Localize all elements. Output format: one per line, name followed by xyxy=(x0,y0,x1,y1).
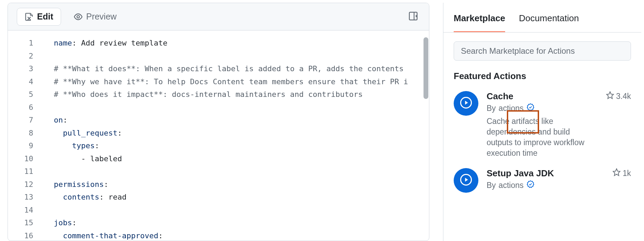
marketplace-sidebar: Marketplace Documentation Featured Actio… xyxy=(443,3,641,241)
code-line[interactable]: comment-that-approved: xyxy=(44,229,429,241)
svg-marker-3 xyxy=(607,92,613,99)
line-number-gutter: 12345678910111213141516 xyxy=(8,30,44,241)
editor-header: Edit Preview xyxy=(8,3,429,30)
action-body: Cache 3.4k By actions Cache artifa xyxy=(487,91,631,158)
code-line[interactable]: on: xyxy=(44,114,429,127)
tab-documentation[interactable]: Documentation xyxy=(519,13,579,32)
line-number: 16 xyxy=(8,229,44,241)
line-number: 12 xyxy=(8,178,44,191)
tab-preview[interactable]: Preview xyxy=(66,8,124,26)
action-title: Cache xyxy=(487,91,513,102)
editor-scrollbar[interactable] xyxy=(424,37,428,99)
star-icon xyxy=(606,91,614,101)
line-number: 11 xyxy=(8,165,44,178)
action-body: Setup Java JDK 1k By actions xyxy=(487,168,631,193)
action-title: Setup Java JDK xyxy=(487,168,554,179)
action-title-row: Setup Java JDK 1k xyxy=(487,168,631,179)
action-stars: 1k xyxy=(612,168,631,178)
code-line[interactable]: pull_request: xyxy=(44,127,429,140)
line-number: 7 xyxy=(8,114,44,127)
action-card[interactable]: Setup Java JDK 1k By actions xyxy=(443,162,641,196)
line-number: 8 xyxy=(8,127,44,140)
eye-icon xyxy=(74,12,83,21)
code-line[interactable]: name: Add review template xyxy=(44,37,429,50)
line-number: 10 xyxy=(8,152,44,165)
code-line[interactable]: # **Why we have it**: To help Docs Conte… xyxy=(44,75,429,88)
editor-panel: Edit Preview 12345678910111213141516 nam… xyxy=(8,3,429,241)
code-file-icon xyxy=(25,12,34,21)
svg-marker-5 xyxy=(613,169,620,176)
play-icon xyxy=(460,174,472,187)
action-card[interactable]: Cache 3.4k By actions Cache artifa xyxy=(443,85,641,162)
action-title-row: Cache 3.4k xyxy=(487,91,631,102)
author-prefix: By xyxy=(487,104,496,113)
code-line[interactable]: jobs: xyxy=(44,216,429,229)
play-icon xyxy=(460,97,472,110)
search-wrap xyxy=(443,33,641,61)
line-number: 9 xyxy=(8,139,44,152)
code-line[interactable] xyxy=(44,101,429,114)
code-line[interactable]: contents: read xyxy=(44,191,429,204)
line-number: 5 xyxy=(8,88,44,101)
author-name: actions xyxy=(499,181,524,190)
toggle-side-panel-button[interactable] xyxy=(406,10,420,24)
code-line[interactable] xyxy=(44,50,429,63)
star-icon xyxy=(612,168,621,178)
marketplace-search-input[interactable] xyxy=(454,41,631,61)
action-avatar xyxy=(454,91,478,116)
tab-edit[interactable]: Edit xyxy=(17,8,61,26)
action-description: Cache artifacts like dependencies and bu… xyxy=(487,116,596,158)
code-line[interactable] xyxy=(44,165,429,178)
svg-rect-0 xyxy=(409,12,417,20)
action-avatar xyxy=(454,168,478,193)
code-line[interactable]: types: xyxy=(44,139,429,152)
star-count: 3.4k xyxy=(616,92,631,101)
line-number: 14 xyxy=(8,204,44,217)
action-author: By actions xyxy=(487,103,631,113)
star-count: 1k xyxy=(623,169,631,178)
tab-marketplace[interactable]: Marketplace xyxy=(454,13,505,32)
author-prefix: By xyxy=(487,181,496,190)
action-author: By actions xyxy=(487,180,631,190)
sidebar-wrap: Marketplace Documentation Featured Actio… xyxy=(443,3,641,241)
line-number: 2 xyxy=(8,50,44,63)
line-number: 6 xyxy=(8,101,44,114)
verified-badge-icon xyxy=(526,180,535,190)
line-number: 13 xyxy=(8,191,44,204)
verified-badge-icon xyxy=(526,103,535,113)
author-name: actions xyxy=(499,104,524,113)
editor-tab-group: Edit Preview xyxy=(17,8,124,26)
sidebar-tabs: Marketplace Documentation xyxy=(443,3,641,33)
code-area[interactable]: name: Add review template # **What it do… xyxy=(44,30,429,241)
sidebar-expand-icon xyxy=(408,11,418,23)
code-line[interactable]: # **Who does it impact**: docs-internal … xyxy=(44,88,429,101)
line-number: 15 xyxy=(8,216,44,229)
featured-actions-heading: Featured Actions xyxy=(443,61,641,85)
line-number: 3 xyxy=(8,62,44,75)
code-line[interactable]: permissions: xyxy=(44,178,429,191)
line-number: 1 xyxy=(8,37,44,50)
code-line[interactable] xyxy=(44,204,429,217)
code-line[interactable]: - labeled xyxy=(44,152,429,165)
tab-preview-label: Preview xyxy=(86,12,117,22)
editor-body[interactable]: 12345678910111213141516 name: Add review… xyxy=(8,30,429,241)
action-stars: 3.4k xyxy=(606,91,631,101)
code-line[interactable]: # **What it does**: When a specific labe… xyxy=(44,62,429,75)
line-number: 4 xyxy=(8,75,44,88)
tab-edit-label: Edit xyxy=(37,12,53,22)
